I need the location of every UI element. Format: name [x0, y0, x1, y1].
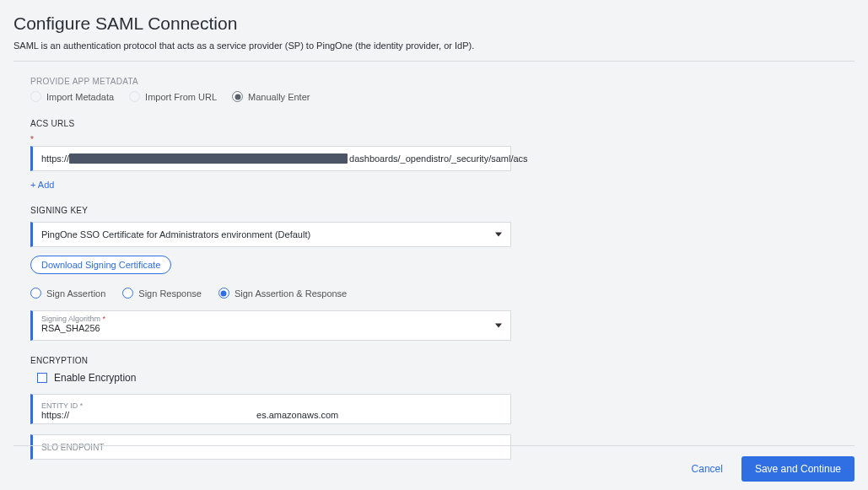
checkbox-icon — [37, 373, 47, 383]
metadata-section-label: PROVIDE APP METADATA — [30, 77, 553, 86]
divider — [13, 61, 855, 62]
signing-algorithm-value: RSA_SHA256 — [41, 323, 502, 333]
entity-id-suffix: es.amazonaws.com — [256, 410, 338, 420]
signing-algorithm-dropdown[interactable]: Signing Algorithm * RSA_SHA256 — [30, 310, 511, 341]
radio-label: Import Metadata — [46, 92, 114, 102]
chevron-down-icon — [495, 233, 502, 237]
redacted-segment — [69, 153, 348, 164]
radio-selected-icon — [218, 288, 229, 299]
download-signing-cert-button[interactable]: Download Signing Certificate — [30, 256, 171, 274]
acs-url-input[interactable]: https:// dashboards/_opendistro/_securit… — [30, 146, 511, 171]
chevron-down-icon — [495, 324, 502, 328]
add-acs-url-button[interactable]: + Add — [30, 180, 54, 190]
acs-url-prefix: https:// — [41, 153, 69, 164]
cancel-button[interactable]: Cancel — [687, 462, 728, 476]
page-title: Configure SAML Connection — [13, 13, 855, 34]
enable-encryption-checkbox[interactable]: Enable Encryption — [30, 372, 553, 384]
radio-sign-response[interactable]: Sign Response — [122, 288, 202, 299]
radio-sign-assertion[interactable]: Sign Assertion — [30, 288, 105, 299]
radio-icon — [30, 91, 41, 102]
encryption-label: ENCRYPTION — [30, 356, 553, 365]
sign-mode-radio-group: Sign Assertion Sign Response Sign Assert… — [30, 288, 553, 299]
metadata-radio-group: Import Metadata Import From URL Manually… — [30, 91, 553, 102]
checkbox-label: Enable Encryption — [54, 372, 136, 384]
radio-import-from-url[interactable]: Import From URL — [129, 91, 217, 102]
save-continue-button[interactable]: Save and Continue — [741, 456, 855, 482]
radio-sign-both[interactable]: Sign Assertion & Response — [218, 288, 347, 299]
radio-manually-enter[interactable]: Manually Enter — [232, 91, 310, 102]
acs-section-label: ACS URLS — [30, 119, 553, 128]
radio-label: Sign Assertion — [46, 288, 105, 299]
radio-label: Sign Assertion & Response — [235, 288, 347, 299]
field-label: Signing Algorithm * — [41, 315, 502, 323]
signing-key-dropdown[interactable]: PingOne SSO Certificate for Administrato… — [30, 222, 511, 247]
radio-label: Sign Response — [138, 288, 202, 299]
radio-selected-icon — [232, 91, 243, 102]
field-label: ENTITY ID * — [41, 401, 502, 410]
entity-id-prefix: https:// — [41, 410, 69, 420]
radio-icon — [122, 288, 133, 299]
entity-id-input[interactable]: ENTITY ID * https:// es.amazonaws.com — [30, 394, 511, 424]
radio-icon — [129, 91, 140, 102]
radio-label: Manually Enter — [248, 92, 310, 102]
required-mark: * — [30, 135, 553, 144]
signing-key-label: SIGNING KEY — [30, 206, 553, 215]
radio-label: Import From URL — [145, 92, 217, 102]
page-subtitle: SAML is an authentication protocol that … — [13, 40, 855, 51]
radio-import-metadata[interactable]: Import Metadata — [30, 91, 114, 102]
acs-url-suffix: dashboards/_opendistro/_security/saml/ac… — [349, 153, 528, 164]
radio-icon — [30, 288, 41, 299]
signing-key-value: PingOne SSO Certificate for Administrato… — [41, 229, 310, 240]
